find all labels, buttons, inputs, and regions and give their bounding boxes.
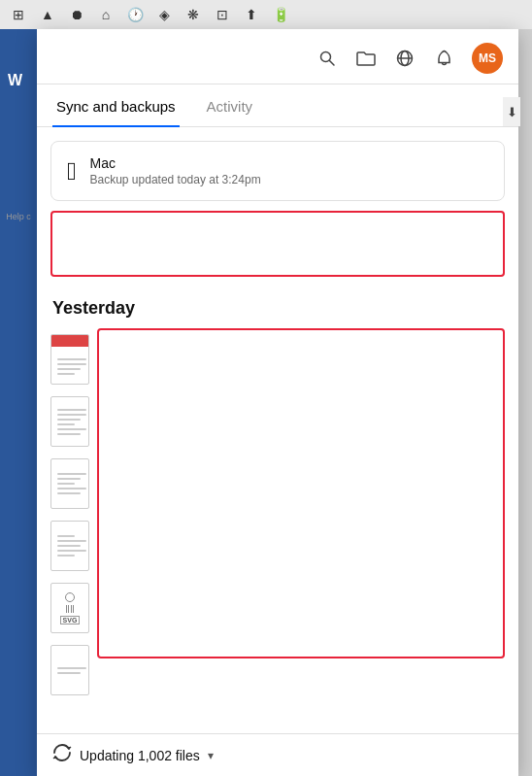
file-list: SVG (50, 328, 505, 701)
file-thumbnail (50, 458, 89, 509)
section-title-yesterday: Yesterday (37, 290, 518, 328)
system-icon-10: 🔋 (272, 6, 289, 23)
status-bar[interactable]: Updating 1,002 files ▾ (37, 733, 518, 776)
system-icon-2: ▲ (39, 6, 56, 23)
backup-status: Backup updated today at 3:24pm (90, 173, 261, 186)
device-name: Mac (90, 155, 261, 171)
file-thumbnail (50, 521, 89, 571)
popup-body:  Mac Backup updated today at 3:24pm Yes… (37, 127, 518, 733)
tabs-container: Sync and backups Activity (37, 84, 518, 127)
chevron-down-icon[interactable]: ▾ (208, 749, 214, 762)
system-icon-1: ⊞ (10, 6, 27, 23)
file-thumbnail-svg: SVG (50, 583, 89, 633)
word-sidebar: W Help c (0, 29, 37, 776)
svg-label: SVG (60, 616, 81, 624)
system-icon-7: ❋ (184, 6, 202, 23)
file-thumbnail (50, 396, 89, 447)
highlight-box-1 (50, 211, 505, 277)
popup-panel: ⬇ MS Sync and (37, 29, 518, 776)
status-text: Updating 1,002 files (80, 748, 200, 763)
word-icon: W (8, 72, 22, 89)
system-icon-8: ⊡ (214, 6, 231, 23)
bell-icon[interactable] (433, 48, 454, 69)
system-bar: ⊞ ▲ ⏺ ⌂ 🕐 ◈ ❋ ⊡ ⬆ 🔋 (0, 0, 532, 29)
tab-sync-and-backups[interactable]: Sync and backups (52, 84, 180, 126)
system-icon-3: ⏺ (68, 6, 85, 23)
svg-circle-icon (65, 592, 75, 602)
system-icon-9: ⬆ (243, 6, 260, 23)
help-text: Help c (4, 212, 33, 221)
sync-icon (52, 743, 72, 767)
tab-activity[interactable]: Activity (203, 84, 257, 126)
system-icon-5: 🕐 (126, 6, 144, 23)
backup-info: Mac Backup updated today at 3:24pm (90, 155, 261, 186)
svg-line-1 (330, 61, 335, 66)
highlight-box-2 (97, 328, 505, 658)
download-edge-icon[interactable]: ⬇ (503, 97, 520, 126)
system-icon-6: ◈ (155, 6, 173, 23)
search-icon[interactable] (316, 48, 338, 69)
folder-icon[interactable] (355, 48, 377, 69)
popup-header: ⬇ MS (37, 29, 518, 84)
globe-icon[interactable] (394, 48, 416, 69)
file-thumbnail (50, 645, 89, 695)
backup-card[interactable]:  Mac Backup updated today at 3:24pm (50, 141, 505, 201)
apple-logo-icon:  (67, 158, 77, 184)
avatar[interactable]: MS (472, 43, 503, 74)
file-thumbnail (50, 334, 89, 385)
system-icon-4: ⌂ (97, 6, 115, 23)
